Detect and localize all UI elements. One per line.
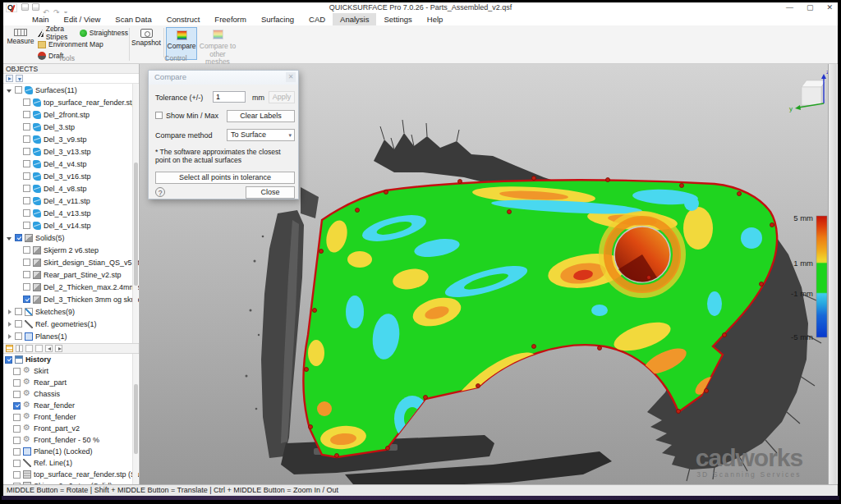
tree-item[interactable]: Del_3_v16.stp xyxy=(3,170,139,182)
visibility-checkbox[interactable] xyxy=(23,296,30,303)
tree-item[interactable]: Del_4_v4.stp xyxy=(3,158,139,170)
tree-item[interactable]: Front_fender xyxy=(3,411,139,423)
visibility-checkbox[interactable] xyxy=(13,425,21,433)
tree-item[interactable]: Skirt xyxy=(3,365,139,377)
visibility-checkbox[interactable] xyxy=(15,234,22,241)
tree-item[interactable]: Del_3_Thicken 3mm og skruehull.stp xyxy=(3,293,139,305)
tree-item[interactable]: Plane(1) (Locked) xyxy=(3,446,139,457)
tolerance-input[interactable] xyxy=(213,91,246,103)
menu-tab-main[interactable]: Main xyxy=(25,13,57,25)
visibility-checkbox[interactable] xyxy=(23,172,30,180)
visibility-checkbox[interactable] xyxy=(15,86,22,94)
menu-tab-construct[interactable]: Construct xyxy=(159,13,208,25)
visibility-checkbox[interactable] xyxy=(23,160,30,167)
tree-item[interactable]: Skjerm 2 v6.step xyxy=(3,244,139,256)
visibility-checkbox[interactable] xyxy=(23,111,30,118)
tree-item[interactable]: Del_4_v14.stp xyxy=(3,219,139,231)
tree-item[interactable]: Del_3_v13.stp xyxy=(3,145,139,158)
tree-item[interactable]: Planes(1) xyxy=(3,330,139,342)
tree-item[interactable]: Sketches(9) xyxy=(3,305,139,318)
tree-item[interactable]: Del_3.stp xyxy=(3,121,139,133)
tree-item[interactable]: Rear_part xyxy=(3,377,139,388)
dialog-close-button[interactable]: Close xyxy=(246,186,295,199)
tree-item[interactable]: Del_3_v9.stp xyxy=(3,133,139,145)
tree-item[interactable]: Front_fender - 50 % xyxy=(3,434,139,446)
select-all-points-button[interactable]: Select all points in tolerance xyxy=(155,172,295,184)
snapshot-button[interactable]: Snapshot xyxy=(131,27,162,55)
tree-item[interactable]: Ref. geometries(1) xyxy=(3,318,139,330)
clear-labels-button[interactable]: Clear Labels xyxy=(227,110,295,122)
maximize-button[interactable]: ▢ xyxy=(807,2,814,13)
collapse-icon[interactable] xyxy=(35,345,43,352)
tree-item[interactable]: Rear_part_Stine_v2.stp xyxy=(3,268,139,281)
tree-item[interactable]: top_surface_rear_fender.stp (Surface) xyxy=(3,469,139,480)
visibility-checkbox[interactable] xyxy=(13,471,21,479)
zebra-stripes-button[interactable]: Zebra Stripes xyxy=(38,28,71,38)
collapse-arrow-icon[interactable] xyxy=(6,235,12,241)
tree-item[interactable]: top_surface_rear_fender.stp xyxy=(3,96,139,108)
visibility-checkbox[interactable] xyxy=(23,283,30,291)
tree-item[interactable]: Del_4_v8.stp xyxy=(3,182,139,195)
visibility-checkbox[interactable] xyxy=(23,185,30,192)
last-icon[interactable] xyxy=(55,345,62,352)
scrollbar-thumb[interactable] xyxy=(134,163,138,286)
visibility-checkbox[interactable] xyxy=(23,135,30,143)
collapse-all-icon[interactable] xyxy=(16,75,23,82)
visibility-checkbox[interactable] xyxy=(13,460,21,467)
visibility-checkbox[interactable] xyxy=(13,402,21,410)
collapse-arrow-icon[interactable] xyxy=(6,87,12,94)
tree-item[interactable]: Rear_fender xyxy=(3,400,139,411)
measure-button[interactable]: Measure xyxy=(5,27,36,55)
visibility-checkbox[interactable] xyxy=(23,197,30,204)
visibility-checkbox[interactable] xyxy=(15,332,22,340)
menu-tab-edit-view[interactable]: Edit / View xyxy=(57,13,108,25)
expand-arrow-icon[interactable] xyxy=(6,333,12,340)
help-icon[interactable]: ? xyxy=(155,187,165,197)
menu-tab-surfacing[interactable]: Surfacing xyxy=(254,13,301,25)
minimize-button[interactable]: — xyxy=(786,2,793,13)
expand-icon[interactable] xyxy=(25,345,33,352)
tree-item[interactable]: Del_4_v13.stp xyxy=(3,207,139,219)
objects-scrollbar[interactable] xyxy=(132,84,138,343)
visibility-checkbox[interactable] xyxy=(5,356,12,364)
visibility-checkbox[interactable] xyxy=(23,148,30,155)
compare-method-select[interactable]: To Surface ▾ xyxy=(227,129,295,141)
menu-tab-analysis[interactable]: Analysis xyxy=(333,13,376,25)
menu-tab-settings[interactable]: Settings xyxy=(376,13,419,25)
menu-tab-freeform[interactable]: Freeform xyxy=(207,13,254,25)
tree-item[interactable]: History xyxy=(3,354,139,365)
menu-tab-cad[interactable]: CAD xyxy=(301,13,333,25)
visibility-checkbox[interactable] xyxy=(23,259,30,266)
visibility-checkbox[interactable] xyxy=(23,271,30,278)
list-icon[interactable] xyxy=(6,345,13,352)
show-minmax-checkbox[interactable] xyxy=(155,112,163,119)
tree-item[interactable]: Del_2front.stp xyxy=(3,108,139,121)
close-button[interactable]: ✕ xyxy=(826,2,833,13)
straightness-button[interactable]: Straightness xyxy=(80,28,128,38)
visibility-checkbox[interactable] xyxy=(13,391,21,398)
expand-arrow-icon[interactable] xyxy=(6,309,12,315)
visibility-checkbox[interactable] xyxy=(23,99,30,106)
menu-tab-help[interactable]: Help xyxy=(420,13,451,25)
tree-icon[interactable] xyxy=(16,345,23,352)
visibility-checkbox[interactable] xyxy=(15,308,22,315)
visibility-checkbox[interactable] xyxy=(13,437,21,444)
visibility-checkbox[interactable] xyxy=(23,246,30,254)
visibility-checkbox[interactable] xyxy=(15,320,22,328)
tree-item[interactable]: Skirt_design_Stian_QS_v5.stp xyxy=(3,256,139,268)
tree-item[interactable]: Del_4_v11.stp xyxy=(3,195,139,207)
dialog-title-bar[interactable]: Compare ✕ xyxy=(149,71,298,85)
apply-button[interactable]: Apply xyxy=(269,91,295,103)
visibility-checkbox[interactable] xyxy=(13,368,21,375)
tree-item[interactable]: Front_part_v2 xyxy=(3,423,139,434)
tree-item[interactable]: Surfaces(11) xyxy=(3,84,139,96)
visibility-checkbox[interactable] xyxy=(13,414,21,421)
expand-all-icon[interactable] xyxy=(6,75,13,82)
expand-arrow-icon[interactable] xyxy=(6,321,12,328)
tree-item[interactable]: Solids(5) xyxy=(3,231,139,244)
tree-item[interactable]: Del_2_Thicken_max.2.4mm.stp xyxy=(3,281,139,293)
visibility-checkbox[interactable] xyxy=(23,209,30,217)
scrollbar-thumb[interactable] xyxy=(134,384,138,454)
visibility-checkbox[interactable] xyxy=(23,222,30,229)
menu-tab-scan-data[interactable]: Scan Data xyxy=(108,13,159,25)
